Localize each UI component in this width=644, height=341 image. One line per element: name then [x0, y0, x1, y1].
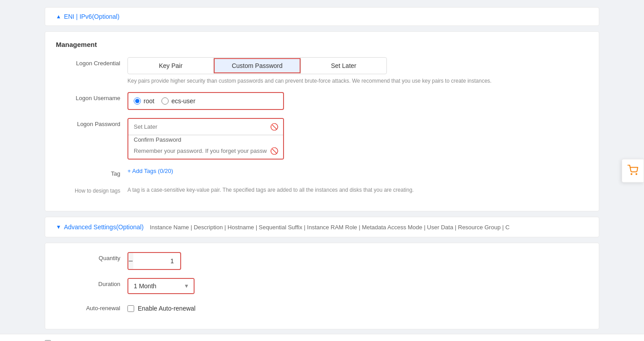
password-inputs-content: 🚫 Confirm Password 🚫 — [127, 118, 588, 160]
add-tags-button[interactable]: + Add Tags (0/20) — [127, 168, 173, 174]
logon-password-input[interactable] — [128, 119, 283, 135]
password-inputs-box: 🚫 Confirm Password 🚫 — [127, 118, 284, 160]
logon-username-content: root ecs-user — [127, 92, 588, 110]
custom-password-button[interactable]: Custom Password — [214, 59, 300, 73]
tag-content: + Add Tags (0/20) — [127, 168, 588, 174]
radio-root-label: root — [144, 97, 154, 105]
confirm-password-input[interactable] — [128, 143, 283, 159]
set-later-button[interactable]: Set Later — [301, 59, 386, 73]
logon-password-label: Logon Password — [56, 118, 127, 127]
quantity-row: Quantity − + — [56, 252, 588, 270]
tag-row: Tag + Add Tags (0/20) — [56, 168, 588, 177]
auto-renewal-row: Auto-renewal Enable Auto-renewal — [56, 302, 588, 312]
confirm-password-label-inline: Confirm Password — [128, 135, 283, 143]
logon-credential-row: Logon Credential Key Pair Custom Passwor… — [56, 57, 588, 84]
auto-renewal-label: Auto-renewal — [56, 302, 127, 312]
eni-section[interactable]: ▲ ENI | IPv6(Optional) — [45, 7, 599, 26]
cart-float-button[interactable] — [622, 159, 644, 182]
logon-password-eye-icon[interactable]: 🚫 — [270, 123, 279, 131]
duration-select-wrapper: 1 Month 2 Months 3 Months 6 Months 1 Yea… — [127, 278, 195, 294]
quantity-content: − + — [127, 252, 588, 270]
auto-renewal-content: Enable Auto-renewal — [127, 302, 588, 312]
advanced-settings-section[interactable]: ▼ Advanced Settings(Optional) Instance N… — [45, 217, 599, 237]
auto-renewal-checkbox-row: Enable Auto-renewal — [127, 305, 588, 312]
duration-label: Duration — [56, 278, 127, 287]
auto-renewal-checkbox[interactable] — [127, 305, 134, 312]
logon-password-row-inner: 🚫 — [128, 119, 283, 135]
radio-ecs-user-input[interactable] — [161, 97, 169, 105]
advanced-settings-subtitle: Instance Name | Description | Hostname |… — [150, 224, 509, 231]
quantity-section: Quantity − + Duration 1 Month 2 Months 3… — [45, 243, 599, 329]
logon-password-row: Logon Password 🚫 Confirm Password 🚫 — [56, 118, 588, 160]
quantity-stepper: − + — [127, 252, 181, 270]
quantity-decrease-button[interactable]: − — [128, 253, 133, 269]
advanced-settings-title: Advanced Settings(Optional) — [64, 223, 144, 231]
management-section: Management Logon Credential Key Pair Cus… — [45, 31, 599, 211]
terms-bar: ECS Terms of Service | Product Terms of … — [0, 334, 644, 341]
management-title: Management — [56, 41, 588, 48]
quantity-label: Quantity — [56, 252, 127, 261]
tag-hint-text: A tag is a case-sensitive key-value pair… — [127, 187, 588, 193]
chevron-up-icon: ▲ — [56, 13, 61, 20]
confirm-password-row-inner: 🚫 — [128, 143, 283, 159]
auto-renewal-checkbox-label: Enable Auto-renewal — [138, 305, 195, 312]
svg-point-0 — [631, 173, 632, 174]
duration-content: 1 Month 2 Months 3 Months 6 Months 1 Yea… — [127, 278, 588, 294]
eni-label: ENI | IPv6(Optional) — [64, 13, 119, 20]
tag-hint-content: A tag is a case-sensitive key-value pair… — [127, 185, 588, 193]
key-pair-button[interactable]: Key Pair — [128, 59, 214, 73]
svg-point-1 — [636, 173, 637, 174]
duration-row: Duration 1 Month 2 Months 3 Months 6 Mon… — [56, 278, 588, 294]
quantity-input[interactable] — [133, 254, 181, 268]
tag-hint-row: How to design tags A tag is a case-sensi… — [56, 185, 588, 194]
logon-credential-content: Key Pair Custom Password Set Later Key p… — [127, 57, 588, 84]
radio-ecs-user-label: ecs-user — [171, 97, 195, 105]
cart-icon — [627, 164, 638, 175]
confirm-password-eye-icon[interactable]: 🚫 — [270, 147, 279, 155]
duration-select[interactable]: 1 Month 2 Months 3 Months 6 Months 1 Yea… — [128, 279, 194, 293]
radio-ecs-user[interactable]: ecs-user — [161, 97, 195, 105]
radio-root-input[interactable] — [134, 97, 141, 105]
tag-hint-label: How to design tags — [56, 185, 127, 194]
chevron-down-icon: ▼ — [56, 224, 61, 230]
logon-username-label: Logon Username — [56, 92, 127, 101]
radio-root[interactable]: root — [134, 97, 154, 105]
logon-credential-label: Logon Credential — [56, 57, 127, 67]
tag-label: Tag — [56, 168, 127, 177]
username-radio-group: root ecs-user — [127, 92, 284, 110]
credential-hint: Key pairs provide higher security than c… — [127, 78, 588, 84]
logon-username-row: Logon Username root ecs-user — [56, 92, 588, 110]
